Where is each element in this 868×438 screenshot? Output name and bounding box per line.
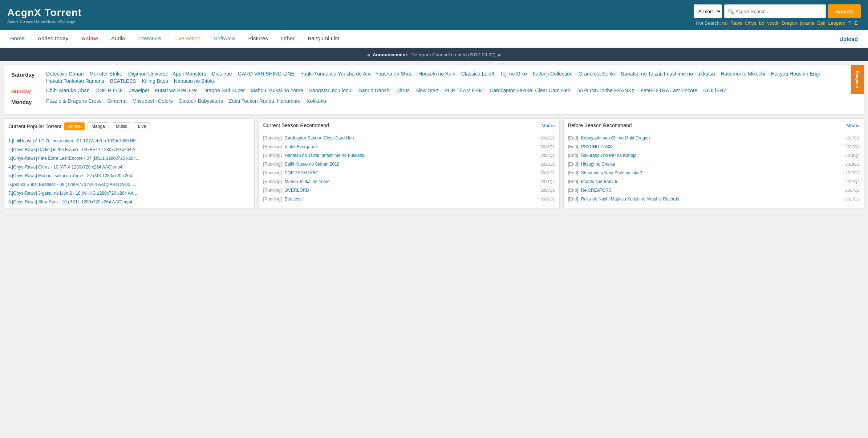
recommend-title[interactable]: POP TEAM EPIC: [285, 170, 538, 175]
schedule-link[interactable]: Houseki no Kuni: [418, 71, 455, 77]
search-button[interactable]: Search: [828, 4, 861, 18]
nav-bangumi-list[interactable]: Bangumi List: [301, 30, 346, 48]
schedule-link[interactable]: Dragon Ball Super: [203, 88, 245, 93]
schedule-link[interactable]: Nanatsu no Bitoku: [174, 78, 215, 84]
hot-search-term[interactable]: bd: [759, 20, 764, 26]
schedule-link[interactable]: Sangatsu no Lion II: [309, 88, 353, 93]
schedule-link[interactable]: Zoku Touken Ranbu: Hanamaru: [229, 98, 301, 104]
popular-item[interactable]: 7.[Ohys-Raws] 3-gatsu no Lion 2 - 18 (NH…: [4, 189, 254, 198]
schedule-link[interactable]: Grancrest Senki: [579, 71, 615, 77]
before-season-more[interactable]: More»: [846, 123, 860, 128]
list-item: [End]Shuumatsu Nani Shitemasuka?2017Q2: [564, 169, 864, 177]
schedule-link[interactable]: Sanrio Danshi: [358, 88, 390, 93]
schedule-link[interactable]: Killing Bites: [142, 78, 168, 84]
recommend-title[interactable]: Hitsugi no Chaika: [581, 162, 843, 167]
schedule-link[interactable]: IDOLiSH7: [703, 88, 726, 93]
schedule-link[interactable]: Slow Start: [415, 88, 439, 93]
schedule-link[interactable]: Hakata Tonkotsu Ramens: [46, 78, 104, 84]
nav-pictures[interactable]: Pictures: [242, 30, 275, 48]
tab-anime[interactable]: Anime: [64, 122, 85, 130]
tab-music[interactable]: Music: [112, 122, 131, 130]
schedule-link[interactable]: Nanatsu no Taizai: Imashime no Fukkatsu: [621, 71, 715, 77]
schedule-link[interactable]: Puzzle & Dragons Cross: [46, 98, 102, 104]
hot-search-term[interactable]: vostfr: [767, 20, 779, 26]
popular-item[interactable]: 2.[Ohys-Raws] Darling in the Franxx - 09…: [4, 145, 254, 154]
sort-select[interactable]: All sort: [694, 4, 722, 18]
schedule-link[interactable]: Detective Conan: [46, 71, 84, 77]
schedule-link[interactable]: GARO VANISHING LINE: [238, 71, 295, 77]
schedule-link[interactable]: ONE PIECE: [96, 88, 123, 93]
tab-manga[interactable]: Manga: [88, 122, 109, 130]
recommend-title[interactable]: Violet Evergarde: [285, 144, 538, 149]
popular-item[interactable]: 4.[Ohys-Raws] Citrus - 10 (AT-X 1280x720…: [4, 163, 254, 171]
schedule-link[interactable]: Gakuen Babysitters: [179, 98, 223, 104]
recommend-title[interactable]: Mahou Tsukai no Yome: [285, 179, 538, 184]
schedule-link[interactable]: Mitsuboshi Colors: [132, 98, 173, 104]
schedule-link[interactable]: Yuuki Yuuna wa Yuusha de Aru - Yuusha no…: [300, 71, 413, 77]
schedule-link[interactable]: Toji no Miko: [500, 71, 527, 77]
recommend-title[interactable]: Sakurasou no Pet na Kanojo: [581, 153, 843, 158]
hot-search-term[interactable]: jdrama: [800, 20, 815, 26]
hot-search-term[interactable]: THE: [848, 20, 858, 26]
schedule-link[interactable]: Cardcaptor Sakura: Clear Card Hen: [490, 88, 571, 93]
recommend-title[interactable]: Kobayashi-san Chi no Maid Dragon: [581, 135, 843, 141]
list-item: [End]Kobayashi-san Chi no Maid Dragon201…: [564, 134, 864, 142]
nav-live-action[interactable]: Live Action: [168, 30, 207, 48]
season-label: 2018Q1: [541, 188, 555, 192]
schedule-link[interactable]: Futari wa PreCure!: [155, 88, 197, 93]
schedule-link[interactable]: Chibi Maruko Chan: [46, 88, 90, 93]
hot-search-term[interactable]: Raws: [730, 20, 742, 26]
recommend-title[interactable]: Imouto sae Ireba Ii.: [581, 179, 843, 184]
schedule-link[interactable]: Fate/EXTRA Last Encore: [641, 88, 697, 93]
search-input[interactable]: [724, 4, 826, 18]
schedule-link[interactable]: Gintama: [108, 98, 127, 104]
schedule-link[interactable]: POP TEAM EPIC: [445, 88, 484, 93]
hot-search-term[interactable]: Dragon: [782, 20, 797, 26]
recommend-title[interactable]: Re:CREATORS: [581, 188, 843, 193]
popular-item[interactable]: 1.[LoliHouse] A.I.C.O. Incarnation - 01-…: [4, 137, 254, 145]
schedule-link[interactable]: ItoJunji Collection: [533, 71, 573, 77]
schedule-link[interactable]: Mahou Tsukai no Yome: [251, 88, 303, 93]
schedule-link[interactable]: Kokkoku: [307, 98, 326, 104]
schedule-link[interactable]: Hakyuu Houshin Engi: [771, 71, 820, 77]
schedule-link[interactable]: Hakumei to Mikochi: [721, 71, 765, 77]
schedule-link[interactable]: Dies irae: [212, 71, 232, 77]
recommend-title[interactable]: Roku de Nashi Majutsu Koushi to Akashic …: [581, 196, 843, 202]
list-item: [Running]Beatless2018Q1: [259, 195, 559, 203]
recommend-title[interactable]: Nanatsu no Taizai: Imashime no Fukkatsu: [285, 153, 538, 158]
schedule-link[interactable]: Digimon Universe - Appli Monsters: [128, 71, 206, 77]
nav-software[interactable]: Software: [207, 30, 242, 48]
schedule-link[interactable]: Monster Strike: [90, 71, 122, 77]
bangumi-badge[interactable]: Bangumi: [851, 65, 864, 94]
tab-live[interactable]: Live: [134, 122, 150, 130]
nav-literature[interactable]: Literature: [131, 30, 167, 48]
hot-search-term[interactable]: Ohys: [745, 20, 756, 26]
hot-search-term[interactable]: Ball: [818, 20, 826, 26]
nav-audio[interactable]: Audio: [105, 30, 131, 48]
current-season-more[interactable]: More»: [542, 123, 555, 128]
recommend-title[interactable]: OVERLORD II: [285, 188, 538, 193]
nav-anime[interactable]: Anime: [75, 30, 105, 48]
popular-item[interactable]: 8.[Ohys-Raws] Slow Start - 10 (BS11 1280…: [4, 198, 254, 206]
popular-item[interactable]: 3.[Ohys-Raws] Fate Extra Last Encore - 0…: [4, 154, 254, 163]
recommend-title[interactable]: Cardcaptor Sakura: Clear Card Hen: [285, 135, 538, 141]
popular-item[interactable]: 6.[Asuka Subs] Beatless - 08 (1280x720 h…: [4, 180, 254, 189]
announcement-prev[interactable]: ◂: [367, 51, 370, 58]
schedule-link[interactable]: DARLING in the FRANXX: [576, 88, 635, 93]
upload-button[interactable]: Upload: [833, 31, 864, 47]
nav-added-today[interactable]: Added today: [31, 30, 75, 48]
nav-other[interactable]: Other: [275, 30, 301, 48]
popular-item[interactable]: 5.[Ohys-Raws] Mahou Tsukai no Yome - 22 …: [4, 171, 254, 180]
recommend-title[interactable]: Shuumatsu Nani Shitemasuka?: [581, 170, 843, 175]
recommend-title[interactable]: Beatless: [285, 196, 538, 202]
hot-search-term[interactable]: no: [722, 20, 727, 26]
schedule-link[interactable]: Jewelpet: [129, 88, 149, 93]
schedule-link[interactable]: Citrus: [396, 88, 410, 93]
recommend-title[interactable]: Saiki Kusuo no Sainan 2018: [285, 162, 538, 167]
hot-search-term[interactable]: Leopard: [828, 20, 845, 26]
schedule-link[interactable]: Classica LoidII: [461, 71, 494, 77]
announcement-next[interactable]: ▸: [498, 51, 501, 58]
nav-home[interactable]: Home: [4, 30, 31, 48]
schedule-link[interactable]: BEATLESS: [110, 78, 136, 84]
recommend-title[interactable]: PSYCHO PASS: [581, 144, 843, 149]
